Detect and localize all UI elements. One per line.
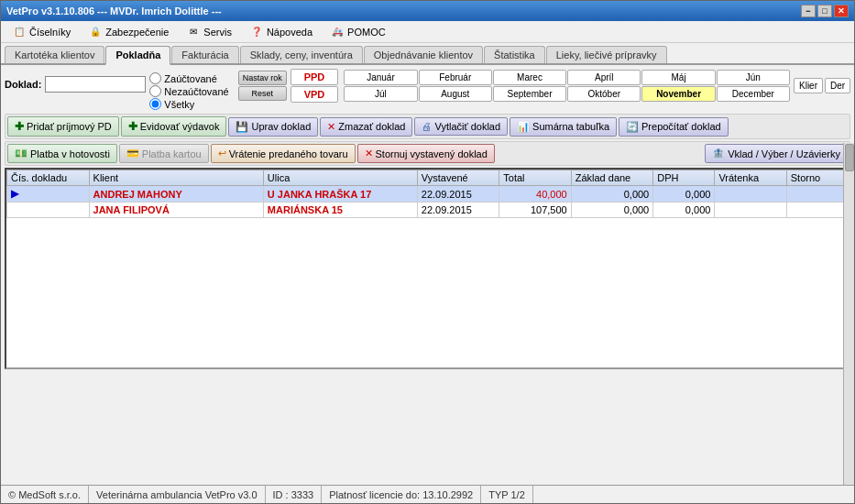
- reset-button[interactable]: Reset: [238, 86, 287, 101]
- ciselniky-icon: 📋: [13, 26, 26, 38]
- storno-button[interactable]: ✕ Stornuj vystavený doklad: [357, 144, 495, 163]
- status-bar: © MedSoft s.r.o. Veterinárna ambulancia …: [1, 485, 854, 503]
- platba-karta-button[interactable]: 💳 Platba kartou: [119, 144, 209, 163]
- month-november[interactable]: November: [641, 86, 715, 102]
- row2-total: 107,500: [499, 203, 571, 218]
- delete-icon: ✕: [327, 121, 335, 133]
- klier-button[interactable]: Klier: [794, 78, 823, 93]
- row2-cislo: [7, 203, 90, 218]
- maximize-button[interactable]: □: [817, 5, 832, 17]
- col-dph: DPH: [653, 170, 715, 186]
- month-oktober[interactable]: Október: [567, 86, 641, 102]
- tab-kartoteka[interactable]: Kartotéka klientov: [5, 46, 104, 63]
- status-id: ID : 3333: [266, 486, 323, 503]
- menu-bar: 📋 Číselníky 🔒 Zabezpečenie ✉ Servis ❓ Ná…: [1, 21, 854, 43]
- sumarna-tabulka-button[interactable]: 📊 Sumárna tabuľka: [510, 117, 617, 137]
- row2-storno: [786, 203, 848, 218]
- data-table-container: Čís. dokladu Klient Ulica Vystavené Tota…: [5, 168, 850, 369]
- ppd-button[interactable]: PPD: [290, 69, 339, 85]
- month-jul[interactable]: Júl: [344, 86, 417, 102]
- month-december[interactable]: December: [717, 86, 790, 102]
- menu-pomoc[interactable]: 🚑 POMOC: [323, 23, 394, 41]
- tab-sklady[interactable]: Sklady, ceny, inventúra: [240, 46, 363, 63]
- nastav-rok-button[interactable]: Nastav rok: [238, 71, 287, 85]
- tab-lieky[interactable]: Lieky, liečivé prípravky: [546, 46, 667, 63]
- evidovat-vydavok-button[interactable]: ✚ Evidovať výdavok: [121, 116, 227, 137]
- status-app: Veterinárna ambulancia VetPro v3.0: [89, 486, 266, 503]
- row2-vystavene: 22.09.2015: [417, 203, 499, 218]
- uprav-doklad-button[interactable]: 💾 Uprav doklad: [228, 117, 318, 137]
- vytlacit-doklad-button[interactable]: 🖨 Vytlačiť doklad: [414, 117, 508, 136]
- col-storno: Storno: [786, 170, 848, 186]
- row2-vratneka: [715, 203, 786, 218]
- table-row[interactable]: ▶ ANDREJ MAHONY U JANKA HRAŠKA 17 22.09.…: [7, 186, 849, 203]
- menu-ciselniky[interactable]: 📋 Číselníky: [5, 23, 79, 41]
- data-table: Čís. dokladu Klient Ulica Vystavené Tota…: [6, 170, 849, 218]
- close-button[interactable]: ✕: [834, 5, 849, 17]
- row1-zaklad-dane: 0,000: [571, 186, 653, 203]
- doklad-label: Doklad:: [5, 79, 41, 90]
- radio-nezauctovane[interactable]: Nezaúčtované: [149, 85, 228, 97]
- plus-icon: ✚: [15, 120, 24, 133]
- month-januar[interactable]: Január: [344, 70, 417, 85]
- return-icon: ↩: [218, 148, 226, 159]
- menu-napoveda[interactable]: ❓ Nápoveda: [242, 23, 321, 41]
- napoveda-icon: ❓: [250, 26, 263, 38]
- month-marec[interactable]: Marec: [493, 70, 566, 85]
- row2-ulica: MARIÁNSKA 15: [263, 203, 417, 218]
- month-jun[interactable]: Jún: [717, 70, 790, 85]
- platba-hotovost-button[interactable]: 💵 Platba v hotovosti: [7, 144, 117, 163]
- main-tab-bar: Kartotéka klientov Pokladňa Fakturácia S…: [1, 43, 854, 65]
- prepocitat-doklad-button[interactable]: 🔄 Prepočítať doklad: [619, 117, 729, 137]
- row1-cislo: ▶: [7, 186, 90, 203]
- row1-storno: [786, 186, 848, 203]
- scrollbar[interactable]: [843, 143, 854, 485]
- month-februar[interactable]: Február: [419, 70, 492, 85]
- vklad-vyber-button[interactable]: 🏦 Vklad / Výber / Uzávierky: [705, 144, 848, 163]
- tab-fakturacia[interactable]: Fakturácia: [171, 46, 238, 63]
- status-type: TYP 1/2: [481, 486, 533, 503]
- radio-vsetky[interactable]: Všetky: [149, 98, 228, 110]
- col-cislo: Čís. dokladu: [7, 170, 90, 186]
- status-license: Platnosť licencie do: 13.10.2992: [322, 486, 481, 503]
- col-vratneka: Vrátenka: [715, 170, 786, 186]
- window-controls: − □ ✕: [801, 5, 849, 17]
- card-icon: 💳: [126, 148, 139, 159]
- row2-dph: 0,000: [653, 203, 715, 218]
- add-prijem-button[interactable]: ✚ Pridať príjmový PD: [7, 116, 119, 137]
- col-ulica: Ulica: [263, 170, 417, 186]
- disk-icon: 💾: [236, 121, 248, 133]
- status-copyright: © MedSoft s.r.o.: [1, 486, 89, 503]
- radio-zauctovane[interactable]: Zaúčtované: [149, 72, 228, 84]
- vpd-button[interactable]: VPD: [290, 86, 339, 103]
- row1-dph: 0,000: [653, 186, 715, 203]
- toolbar-1: ✚ Pridať príjmový PD ✚ Evidovať výdavok …: [5, 114, 850, 139]
- menu-servis[interactable]: ✉ Servis: [179, 23, 240, 41]
- title-bar: VetPro v3.1.10.806 --- MVDr. Imrich Doli…: [1, 1, 854, 21]
- recalc-icon: 🔄: [626, 121, 639, 133]
- row1-vratneka: [715, 186, 786, 203]
- tab-objednavanie[interactable]: Objednávanie klientov: [364, 46, 483, 63]
- vratenie-button[interactable]: ↩ Vrátenie predaného tovaru: [211, 144, 356, 163]
- table-icon: 📊: [517, 121, 530, 133]
- der-button[interactable]: Der: [825, 78, 850, 93]
- table-row[interactable]: JANA FILIPOVÁ MARIÁNSKA 15 22.09.2015 10…: [7, 203, 849, 218]
- tab-pokladna[interactable]: Pokladňa: [105, 46, 170, 65]
- month-september[interactable]: September: [493, 86, 566, 102]
- money-icon: 💵: [15, 148, 27, 159]
- toolbar-2: 💵 Platba v hotovosti 💳 Platba kartou ↩ V…: [5, 141, 850, 166]
- row1-vystavene: 22.09.2015: [417, 186, 499, 203]
- row1-ulica: U JANKA HRAŠKA 17: [263, 186, 417, 203]
- month-april[interactable]: Apríl: [567, 70, 641, 85]
- scrollbar-thumb[interactable]: [845, 144, 854, 171]
- row2-klient: JANA FILIPOVÁ: [89, 203, 263, 218]
- tab-statistika[interactable]: Štatistika: [484, 46, 545, 63]
- month-maj[interactable]: Máj: [641, 70, 715, 85]
- app-title: VetPro v3.1.10.806 --- MVDr. Imrich Doli…: [6, 5, 222, 16]
- minimize-button[interactable]: −: [801, 5, 816, 17]
- menu-zabezpecenie[interactable]: 🔒 Zabezpečenie: [81, 23, 177, 41]
- month-august[interactable]: August: [419, 86, 492, 102]
- zmazat-doklad-button[interactable]: ✕ Zmazať doklad: [320, 117, 412, 137]
- doklad-input[interactable]: [45, 76, 146, 93]
- pomoc-icon: 🚑: [331, 26, 344, 38]
